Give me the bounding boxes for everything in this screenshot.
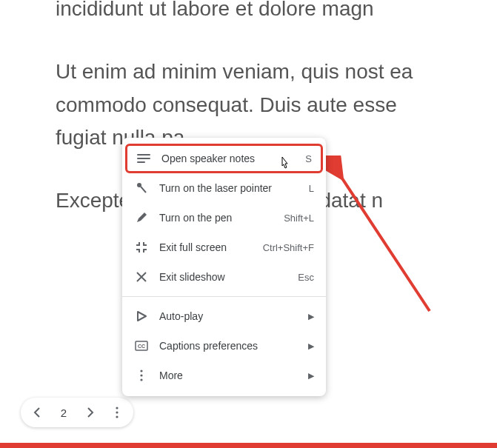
notes-icon bbox=[136, 151, 151, 166]
slide-navigation: 2 bbox=[21, 398, 133, 427]
menu-label: Turn on the pen bbox=[159, 212, 275, 224]
menu-label: Auto-play bbox=[159, 310, 299, 322]
menu-item-open-speaker-notes[interactable]: Open speaker notes S bbox=[125, 144, 323, 173]
menu-item-captions[interactable]: CC Captions preferences ▶ bbox=[122, 331, 326, 361]
chevron-right-icon: ▶ bbox=[308, 371, 314, 381]
slide-text-1: incididunt ut labore et dolore magn bbox=[56, 0, 441, 26]
menu-shortcut: Ctrl+Shift+F bbox=[263, 242, 314, 253]
svg-point-4 bbox=[140, 374, 142, 376]
cursor-pointer-icon bbox=[278, 156, 291, 169]
menu-item-autoplay[interactable]: Auto-play ▶ bbox=[122, 301, 326, 331]
context-menu: Open speaker notes S Turn on the laser p… bbox=[122, 138, 326, 396]
menu-item-exit-fullscreen[interactable]: Exit full screen Ctrl+Shift+F bbox=[122, 233, 326, 262]
next-slide-button[interactable] bbox=[80, 402, 101, 423]
svg-point-5 bbox=[140, 378, 142, 381]
menu-shortcut: Esc bbox=[298, 272, 314, 283]
menu-divider bbox=[122, 296, 326, 297]
chevron-right-icon: ▶ bbox=[308, 312, 314, 321]
menu-label: Captions preferences bbox=[159, 340, 299, 352]
more-vertical-icon bbox=[134, 368, 149, 383]
laser-pointer-icon bbox=[134, 181, 149, 195]
pen-icon bbox=[134, 210, 149, 225]
svg-point-3 bbox=[140, 370, 142, 372]
menu-item-exit-slideshow[interactable]: Exit slideshow Esc bbox=[122, 262, 326, 292]
menu-shortcut: S bbox=[305, 153, 312, 164]
menu-shortcut: L bbox=[309, 183, 314, 194]
menu-shortcut: Shift+L bbox=[284, 213, 314, 224]
menu-item-laser-pointer[interactable]: Turn on the laser pointer L bbox=[122, 173, 326, 203]
svg-point-8 bbox=[116, 411, 118, 413]
menu-item-pen[interactable]: Turn on the pen Shift+L bbox=[122, 203, 326, 233]
svg-text:CC: CC bbox=[138, 344, 145, 349]
captions-icon: CC bbox=[134, 338, 149, 353]
slide-number[interactable]: 2 bbox=[53, 407, 74, 419]
svg-point-9 bbox=[116, 415, 118, 418]
prev-slide-button[interactable] bbox=[27, 402, 47, 423]
play-icon bbox=[134, 309, 149, 324]
menu-label: More bbox=[159, 370, 299, 381]
close-icon bbox=[134, 270, 149, 284]
accent-bar bbox=[0, 443, 497, 448]
menu-label: Turn on the laser pointer bbox=[159, 182, 300, 194]
menu-item-more[interactable]: More ▶ bbox=[122, 361, 326, 390]
menu-label: Exit slideshow bbox=[159, 271, 289, 283]
menu-label: Open speaker notes bbox=[161, 153, 296, 164]
exit-fullscreen-icon bbox=[134, 240, 149, 255]
svg-point-7 bbox=[116, 407, 118, 409]
more-options-button[interactable] bbox=[107, 402, 127, 423]
chevron-right-icon: ▶ bbox=[308, 341, 314, 351]
menu-label: Exit full screen bbox=[159, 241, 254, 253]
